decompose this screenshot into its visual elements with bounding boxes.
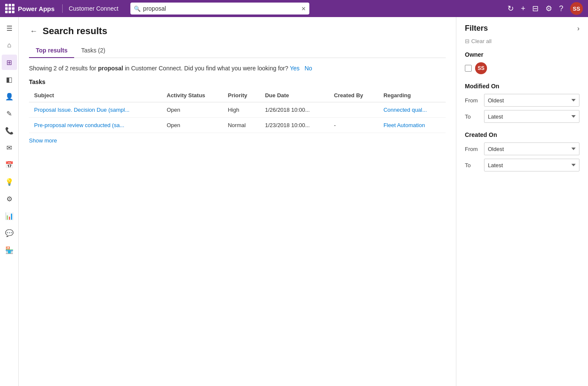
sidebar-item-contacts[interactable]: 👤 [2,89,17,104]
sidebar-item-reports[interactable]: 📊 [2,208,17,223]
cell-regarding: Connected qual... [378,102,446,118]
sidebar-item-ideas[interactable]: 💡 [2,174,17,189]
created-from-row: From Oldest Latest [465,142,579,155]
col-regarding: Regarding [378,89,446,102]
results-table: Subject Activity Status Priority Due Dat… [29,89,446,133]
no-link[interactable]: No [305,65,312,72]
tasks-section-label: Tasks [29,78,446,85]
cell-due-date: 1/26/2018 10:00... [260,102,329,118]
clear-search-icon[interactable]: ✕ [301,6,306,12]
created-from-select[interactable]: Oldest Latest [484,142,579,155]
modified-from-label: From [465,97,480,104]
settings-icon[interactable]: ⚙ [545,4,552,13]
sidebar-item-store[interactable]: 🏪 [2,242,17,258]
search-results-header: ← Search results [29,26,446,37]
cell-created-by [329,102,378,118]
modified-to-label: To [465,113,480,120]
results-summary: Showing 2 of 2 results for proposal in C… [29,65,446,72]
col-created-by: Created By [329,89,378,102]
modified-on-section: Modified On From Oldest Latest To Oldest… [465,83,579,123]
owner-row: SS [465,62,579,74]
sidebar-item-email[interactable]: ✉ [2,140,17,155]
modified-on-label: Modified On [465,83,579,90]
cell-subject: Proposal Issue. Decision Due (sampl... [29,102,161,118]
cell-priority: High [223,102,260,118]
sidebar-item-records[interactable]: ◧ [2,72,17,87]
topbar-right: ↻ + ⊟ ⚙ ? SS [507,2,583,15]
tab-tasks[interactable]: Tasks (2) [74,44,112,58]
clear-all-button[interactable]: ⊟ Clear all [465,38,579,44]
sidebar-item-menu[interactable]: ☰ [2,20,17,36]
col-due-date: Due Date [260,89,329,102]
help-icon[interactable]: ? [559,4,563,13]
created-on-label: Created On [465,131,579,138]
app-name: Power Apps [18,5,55,12]
content-area: ← Search results Top results Tasks (2) S… [19,17,456,386]
topbar-divider [62,4,63,13]
search-bar: 🔍 ✕ [130,3,309,15]
clear-all-label: Clear all [471,38,492,44]
subject-link[interactable]: Proposal Issue. Decision Due (sampl... [34,107,130,113]
add-icon[interactable]: + [521,4,525,13]
sidebar-item-phone[interactable]: 📞 [2,123,17,138]
user-avatar[interactable]: SS [570,2,583,15]
created-to-select[interactable]: Oldest Latest [484,159,579,171]
refresh-icon[interactable]: ↻ [507,4,514,13]
filter-header: Filters › [465,24,579,33]
col-priority: Priority [223,89,260,102]
modified-from-select[interactable]: Oldest Latest [484,94,579,107]
created-on-section: Created On From Oldest Latest To Oldest … [465,131,579,171]
cell-created-by: - [329,118,378,133]
cell-regarding: Fleet Automation [378,118,446,133]
created-to-label: To [465,162,480,168]
owner-checkbox[interactable] [465,65,472,72]
col-subject: Subject [29,89,161,102]
cell-status: Open [161,102,222,118]
sidebar-item-home[interactable]: ⌂ [2,38,17,53]
filter-icon[interactable]: ⊟ [532,4,539,13]
cell-priority: Normal [223,118,260,133]
sidebar-item-chat[interactable]: 💬 [2,225,17,241]
yes-link[interactable]: Yes [290,65,300,72]
topbar: Power Apps Customer Connect 🔍 ✕ ↻ + ⊟ ⚙ … [0,0,588,17]
modified-to-row: To Oldest Latest [465,110,579,123]
filter-panel: Filters › ⊟ Clear all Owner SS Modified … [456,17,588,386]
regarding-link[interactable]: Fleet Automation [383,122,425,128]
show-more-link[interactable]: Show more [29,137,57,144]
tab-top-results[interactable]: Top results [29,44,74,58]
filter-clear-icon: ⊟ [465,38,470,44]
modified-to-select[interactable]: Oldest Latest [484,110,579,123]
sidebar-item-tasks[interactable]: ✎ [2,106,17,121]
created-to-row: To Oldest Latest [465,159,579,171]
cell-status: Open [161,118,222,133]
main-layout: ☰ ⌂ ⊞ ◧ 👤 ✎ 📞 ✉ 📅 💡 ⚙ 📊 💬 🏪 ← Search res… [0,17,588,386]
owner-label: Owner [465,51,579,58]
back-button[interactable]: ← [29,26,38,37]
app-env: Customer Connect [69,5,118,12]
search-input[interactable] [130,3,309,15]
sidebar-item-dashboard[interactable]: ⊞ [2,55,17,70]
col-activity-status: Activity Status [161,89,222,102]
modified-from-row: From Oldest Latest [465,94,579,107]
tabs-bar: Top results Tasks (2) [29,44,446,58]
filter-chevron-icon[interactable]: › [577,25,579,32]
page-title: Search results [43,26,107,37]
apps-grid-icon[interactable] [5,4,14,13]
regarding-link[interactable]: Connected qual... [383,107,427,113]
subject-link[interactable]: Pre-proposal review conducted (sa... [34,122,124,128]
sidebar-item-groups[interactable]: ⚙ [2,191,17,206]
owner-avatar[interactable]: SS [475,62,487,74]
search-icon: 🔍 [134,6,141,12]
search-keyword: proposal [98,65,123,72]
table-row: Pre-proposal review conducted (sa...Open… [29,118,446,133]
sidebar-item-calendar[interactable]: 📅 [2,157,17,172]
cell-due-date: 1/23/2018 10:00... [260,118,329,133]
table-row: Proposal Issue. Decision Due (sampl...Op… [29,102,446,118]
sidebar: ☰ ⌂ ⊞ ◧ 👤 ✎ 📞 ✉ 📅 💡 ⚙ 📊 💬 🏪 [0,17,19,386]
created-from-label: From [465,146,480,152]
filter-title: Filters [465,24,488,33]
cell-subject: Pre-proposal review conducted (sa... [29,118,161,133]
